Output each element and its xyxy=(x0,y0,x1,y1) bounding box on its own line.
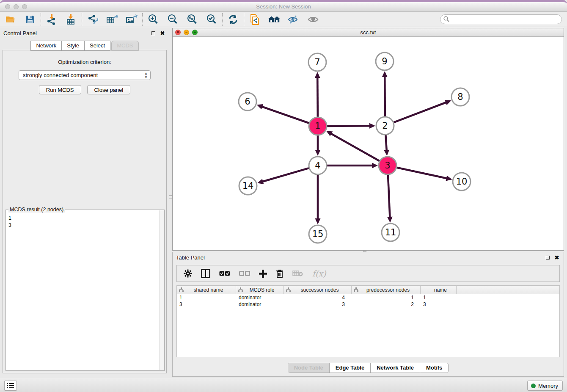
column-header-predecessor-nodes[interactable]: predecessor nodes xyxy=(352,286,421,294)
export-image-icon[interactable] xyxy=(125,14,138,25)
trash-icon[interactable] xyxy=(276,269,284,278)
close-table-panel-icon[interactable]: ✖ xyxy=(553,254,560,261)
mcds-tab-content: Optimization criterion: strongly connect… xyxy=(3,50,167,373)
tab-node-table[interactable]: Node Table xyxy=(288,363,330,373)
network-minimize-icon[interactable]: − xyxy=(184,30,189,35)
task-history-button[interactable] xyxy=(4,381,17,391)
tab-network-table[interactable]: Network Table xyxy=(371,363,420,373)
graph-node-10[interactable]: 10 xyxy=(453,173,471,190)
edge-1-6[interactable] xyxy=(261,107,309,123)
table-row[interactable]: 3dominator323 xyxy=(177,301,559,308)
graph-node-7[interactable]: 7 xyxy=(308,53,326,71)
sort-icon xyxy=(286,287,291,293)
network-close-icon[interactable]: ✕ xyxy=(175,30,181,35)
table-panel-header: Table Panel ✖ xyxy=(173,252,564,262)
run-mcds-button[interactable]: Run MCDS xyxy=(39,85,81,94)
edge-3-1[interactable] xyxy=(330,133,379,161)
edge-1-2[interactable] xyxy=(327,126,370,126)
export-table-icon[interactable] xyxy=(106,14,118,25)
column-header-shared-name[interactable]: shared name xyxy=(177,286,236,294)
deselect-all-icon[interactable] xyxy=(239,271,250,276)
svg-text:11: 11 xyxy=(385,227,396,237)
edge-2-8[interactable] xyxy=(394,102,447,122)
graph-node-9[interactable]: 9 xyxy=(376,52,394,70)
svg-text:4: 4 xyxy=(315,160,320,171)
svg-text:14: 14 xyxy=(242,181,254,191)
tab-motifs[interactable]: Motifs xyxy=(420,363,448,373)
network-canvas[interactable]: 7968124314101511 xyxy=(173,37,564,250)
import-table-icon[interactable] xyxy=(65,14,77,25)
select-all-icon[interactable] xyxy=(219,271,230,276)
function-builder-icon[interactable]: f(x) xyxy=(312,269,326,278)
edge-3-11[interactable] xyxy=(388,175,390,218)
clone-network-icon[interactable] xyxy=(248,14,261,25)
node-table[interactable]: shared nameMCDS rolesuccessor nodesprede… xyxy=(176,285,560,357)
memory-label: Memory xyxy=(538,383,558,389)
tab-edge-table[interactable]: Edge Table xyxy=(330,363,371,373)
save-session-icon[interactable] xyxy=(24,14,36,25)
network-view-window: ✕ − ＋ scc.txt 7968124314101511 xyxy=(172,28,564,251)
edge-1-7[interactable] xyxy=(317,77,318,117)
hide-selected-icon[interactable] xyxy=(287,14,300,25)
float-table-panel-icon[interactable] xyxy=(544,254,551,261)
graph-node-11[interactable]: 11 xyxy=(382,224,399,241)
edge-2-3[interactable] xyxy=(385,135,386,151)
arrowhead-icon xyxy=(257,104,263,109)
open-session-icon[interactable] xyxy=(4,14,17,25)
tab-style[interactable]: Style xyxy=(62,41,85,51)
memory-button[interactable]: Memory xyxy=(527,381,563,391)
graph-node-6[interactable]: 6 xyxy=(239,93,256,110)
zoom-selected-icon[interactable] xyxy=(205,14,218,25)
float-panel-icon[interactable] xyxy=(150,30,157,36)
import-network-icon[interactable] xyxy=(45,14,58,25)
tab-mcds[interactable]: MCDS xyxy=(111,41,138,51)
zoom-fit-icon[interactable] xyxy=(186,14,198,25)
tab-network[interactable]: Network xyxy=(30,41,62,51)
arrowhead-icon xyxy=(372,163,378,168)
result-scrollbar[interactable] xyxy=(159,210,164,370)
svg-text:2: 2 xyxy=(382,121,388,131)
edge-2-9[interactable] xyxy=(385,76,385,116)
table-row[interactable]: 1dominator411 xyxy=(177,294,559,301)
close-panel-button[interactable]: Close panel xyxy=(87,85,131,94)
graph-node-3[interactable]: 3 xyxy=(379,157,396,174)
graph-node-8[interactable]: 8 xyxy=(451,88,469,106)
add-icon[interactable] xyxy=(259,270,267,278)
pane-divider-handle[interactable] xyxy=(169,191,172,202)
column-header-name[interactable]: name xyxy=(421,286,457,294)
sort-icon xyxy=(179,287,184,293)
show-all-icon[interactable] xyxy=(268,14,281,25)
zoom-in-icon[interactable] xyxy=(147,14,160,25)
mcds-result-title: MCDS result (2 nodes) xyxy=(8,207,65,213)
column-header-MCDS-role[interactable]: MCDS role xyxy=(236,286,284,294)
graph-node-1[interactable]: 1 xyxy=(309,117,327,135)
tab-select[interactable]: Select xyxy=(85,41,110,51)
mcds-result-list[interactable]: 1 3 xyxy=(6,214,159,370)
control-panel-header: Control Panel ✖ xyxy=(0,28,169,38)
delete-table-icon[interactable] xyxy=(292,270,303,277)
columns-icon[interactable] xyxy=(201,269,210,278)
show-hidden-icon[interactable] xyxy=(307,14,319,25)
edge-3-10[interactable] xyxy=(396,168,447,179)
network-maximize-icon[interactable]: ＋ xyxy=(192,30,198,35)
column-header-successor-nodes[interactable]: successor nodes xyxy=(284,286,352,294)
edge-4-14[interactable] xyxy=(262,168,309,182)
main-toolbar xyxy=(0,12,567,27)
list-icon xyxy=(7,383,14,389)
zoom-out-icon[interactable] xyxy=(166,14,179,25)
export-network-icon[interactable] xyxy=(86,14,99,25)
close-panel-icon[interactable]: ✖ xyxy=(159,30,166,36)
sort-icon xyxy=(238,287,243,293)
svg-text:3: 3 xyxy=(385,160,390,171)
search-input[interactable] xyxy=(440,14,562,24)
gear-icon[interactable] xyxy=(184,269,192,278)
graph-node-15[interactable]: 15 xyxy=(309,225,327,243)
graph-node-14[interactable]: 14 xyxy=(239,177,257,195)
optimization-criterion-label: Optimization criterion: xyxy=(3,59,166,65)
graph-node-2[interactable]: 2 xyxy=(376,117,394,135)
network-window-titlebar: ✕ − ＋ scc.txt xyxy=(173,28,564,37)
criterion-selected-value: strongly connected component xyxy=(23,72,98,78)
graph-node-4[interactable]: 4 xyxy=(309,157,327,174)
criterion-select[interactable]: strongly connected component ▲▼ xyxy=(19,70,151,80)
refresh-icon[interactable] xyxy=(227,14,239,25)
